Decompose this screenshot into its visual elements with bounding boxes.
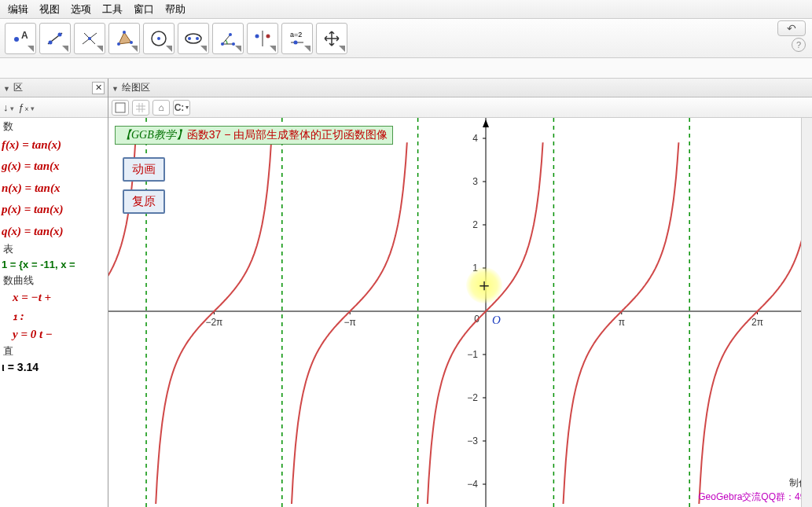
graphics-panel: 绘图区 ⌂ C: 4321−1−2−3−4−2π−π0π2πO 【GGB教学】函…: [108, 79, 812, 507]
algebra-header[interactable]: 区 ✕: [0, 79, 108, 97]
tool-circle[interactable]: [143, 23, 175, 54]
fn-p[interactable]: p(x) = tan(x): [0, 199, 108, 221]
menu-edit[interactable]: 编辑: [3, 1, 33, 18]
svg-text:1: 1: [472, 263, 478, 274]
help-icon[interactable]: ?: [792, 38, 806, 52]
sort-dropdown[interactable]: ↓: [3, 101, 14, 113]
svg-point-0: [14, 37, 19, 42]
svg-point-4: [58, 32, 62, 36]
algebra-toolbar: ↓ ƒₓ: [0, 97, 108, 118]
param-x[interactable]: x = −t +: [0, 288, 108, 307]
tool-angle[interactable]: [212, 23, 244, 54]
svg-point-16: [196, 37, 199, 40]
fn-f[interactable]: f(x) = tan(x): [0, 134, 108, 156]
menu-help[interactable]: 帮助: [160, 1, 190, 18]
svg-point-22: [266, 34, 270, 38]
graphics-header-label: 绘图区: [122, 81, 150, 94]
vertical-scrollbar[interactable]: [801, 118, 812, 507]
svg-marker-8: [119, 32, 131, 44]
reset-button[interactable]: 复原: [123, 189, 165, 214]
menubar: 编辑 视图 选项 工具 窗口 帮助: [0, 0, 812, 19]
svg-point-25: [294, 40, 298, 44]
svg-text:2: 2: [472, 219, 478, 230]
plot-svg: 4321−1−2−3−4−2π−π0π2πO: [108, 118, 812, 507]
svg-text:−4: −4: [467, 479, 478, 490]
svg-point-3: [49, 40, 53, 44]
section-value: 直: [0, 344, 108, 359]
qq-label: GeoGebra交流QQ群：493: [698, 490, 810, 504]
toggle-axes-button[interactable]: [112, 100, 129, 116]
algebra-panel: 区 ✕ ↓ ƒₓ 数 f(x) = tan(x) g(x) = tan(x n(…: [0, 79, 108, 507]
tool-reflect[interactable]: [247, 23, 278, 54]
home-button[interactable]: ⌂: [152, 100, 170, 116]
section-curve: 数曲线: [0, 274, 108, 288]
tool-line[interactable]: [39, 23, 71, 54]
svg-text:3: 3: [472, 176, 478, 187]
fn-q[interactable]: q(x) = tan(x): [0, 221, 108, 243]
svg-point-11: [117, 42, 120, 46]
param-y[interactable]: y = 0 t −: [0, 325, 108, 344]
svg-point-10: [130, 41, 133, 44]
menu-options[interactable]: 选项: [66, 1, 96, 18]
tool-ellipse[interactable]: [178, 23, 209, 54]
input-bar[interactable]: [0, 58, 812, 79]
graphics-toolbar: ⌂ C:: [108, 97, 812, 118]
menu-view[interactable]: 视图: [35, 1, 64, 18]
svg-point-19: [229, 33, 232, 36]
menu-tools[interactable]: 工具: [97, 1, 127, 18]
svg-text:−π: −π: [344, 317, 356, 328]
list-1[interactable]: 1 = {x = -11, x =: [0, 257, 108, 274]
algebra-header-label: 区: [13, 81, 23, 94]
param-label[interactable]: ₁ :: [0, 307, 108, 326]
lesson-title: 【GGB教学】函数37 − 由局部生成整体的正切函数图像: [115, 126, 393, 145]
toggle-grid-button[interactable]: [132, 100, 149, 116]
svg-text:−3: −3: [467, 435, 478, 446]
tool-slider[interactable]: a=2: [281, 23, 313, 54]
svg-text:π: π: [619, 317, 625, 328]
svg-text:−2: −2: [467, 392, 478, 403]
svg-text:a=2: a=2: [290, 31, 302, 39]
close-icon[interactable]: ✕: [92, 82, 105, 94]
svg-point-21: [255, 34, 259, 38]
svg-text:−1: −1: [467, 349, 478, 360]
graphics-canvas[interactable]: 4321−1−2−3−4−2π−π0π2πO 【GGB教学】函数37 − 由局部…: [108, 118, 812, 507]
algebra-body: 数 f(x) = tan(x) g(x) = tan(x n(x) = tan(…: [0, 118, 108, 507]
section-functions: 数: [0, 119, 108, 134]
graphics-header[interactable]: 绘图区: [108, 79, 812, 97]
value-iota[interactable]: ι = 3.14: [0, 358, 108, 376]
svg-point-17: [221, 42, 224, 46]
toolbar: A a=2 ↶ ?: [0, 19, 812, 58]
svg-text:4: 4: [472, 133, 478, 144]
menu-window[interactable]: 窗口: [129, 1, 159, 18]
svg-point-18: [232, 42, 235, 46]
animate-button[interactable]: 动画: [123, 157, 165, 182]
svg-marker-30: [483, 119, 489, 127]
fx-dropdown[interactable]: ƒₓ: [19, 101, 35, 113]
svg-rect-26: [116, 103, 125, 112]
tool-polygon[interactable]: [108, 23, 140, 54]
svg-point-15: [188, 37, 191, 40]
svg-point-9: [123, 31, 126, 34]
svg-text:A: A: [21, 30, 28, 41]
tool-move-view[interactable]: [316, 23, 347, 54]
svg-text:2π: 2π: [751, 317, 763, 328]
tool-perpendicular[interactable]: [74, 23, 105, 54]
section-list: 表: [0, 242, 108, 257]
point-capture-dropdown[interactable]: C:: [173, 100, 190, 116]
svg-text:O: O: [492, 314, 501, 326]
tool-point[interactable]: A: [5, 23, 36, 54]
svg-point-7: [88, 37, 91, 40]
fn-g[interactable]: g(x) = tan(x: [0, 156, 108, 178]
svg-point-13: [157, 37, 160, 40]
undo-button[interactable]: ↶: [777, 20, 806, 36]
fn-n[interactable]: n(x) = tan(x: [0, 178, 108, 200]
